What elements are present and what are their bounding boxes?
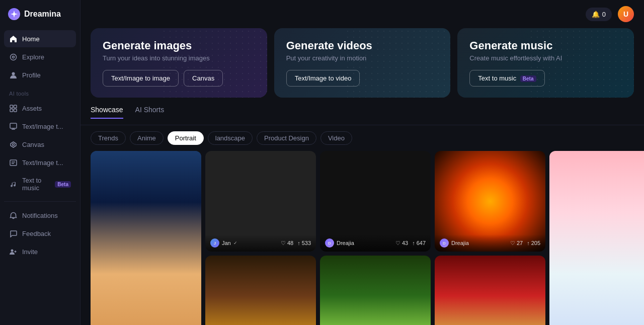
grid-item-3-author-name: Dreajia: [337, 240, 354, 246]
svg-rect-4: [14, 105, 17, 108]
grid-item-6[interactable]: [205, 256, 316, 325]
logo: Dreamina: [0, 0, 80, 30]
grid-item-2-stats: ♡48 ↑533: [281, 240, 311, 247]
music-beta-badge: Beta: [55, 181, 71, 188]
grid-item-3-likes: ♡43: [395, 240, 408, 247]
sidebar-item-text-image-2[interactable]: Text/Image t...: [4, 154, 76, 171]
music-button-beta-badge: Beta: [520, 75, 536, 82]
grid-item-4[interactable]: D Dreajia ♡27 ↑205: [435, 151, 545, 252]
banner-music-subtitle: Create music effortlessly with AI: [469, 54, 622, 62]
banner-videos: Generate videos Put your creativity in m…: [274, 28, 451, 98]
music-icon: [9, 180, 17, 188]
banner-images-title: Generate images: [103, 39, 255, 52]
grid-item-4-stats: ♡27 ↑205: [510, 240, 540, 247]
sidebar-item-explore[interactable]: Explore: [4, 48, 76, 65]
svg-rect-5: [10, 109, 13, 112]
svg-point-0: [10, 54, 16, 60]
sidebar-item-profile[interactable]: Profile: [4, 66, 76, 84]
logo-icon: [8, 8, 20, 20]
canvas-button[interactable]: Canvas: [184, 70, 223, 87]
svg-point-10: [11, 249, 13, 252]
banner-music-title: Generate music: [469, 39, 622, 52]
svg-point-8: [12, 143, 14, 145]
grid-item-4-overlay: D Dreajia ♡27 ↑205: [435, 234, 545, 252]
filter-product-design[interactable]: Product Design: [257, 131, 316, 145]
grid-item-3-downloads: ↑647: [412, 240, 426, 246]
filter-portrait[interactable]: Portrait: [168, 131, 204, 145]
sidebar-item-text-image-1[interactable]: Text/Image t...: [4, 118, 76, 135]
sidebar-item-invite[interactable]: Invite: [4, 243, 76, 260]
grid-item-2-likes: ♡48: [281, 240, 293, 247]
sidebar-item-profile-label: Profile: [22, 71, 41, 79]
hero-banners: Generate images Turn your ideas into stu…: [80, 28, 644, 106]
sidebar-item-assets-label: Assets: [22, 105, 42, 112]
main-nav: Home Explore Profile: [0, 30, 80, 84]
sidebar-item-feedback-label: Feedback: [22, 230, 51, 237]
notifications-icon: [9, 211, 17, 219]
banner-images: Generate images Turn your ideas into stu…: [91, 28, 267, 98]
banner-videos-title: Generate videos: [286, 39, 439, 52]
sidebar-item-invite-label: Invite: [22, 248, 38, 256]
sidebar-item-home[interactable]: Home: [4, 30, 76, 47]
filter-pills: Trends Anime Portrait landscape Product …: [80, 125, 644, 151]
filter-anime[interactable]: Anime: [130, 131, 164, 145]
grid-item-3[interactable]: D Dreajia ♡43 ↑647: [320, 151, 431, 252]
sidebar-item-notifications-label: Notifications: [22, 212, 58, 219]
notification-count: 0: [602, 11, 606, 18]
sidebar-item-explore-label: Explore: [22, 53, 44, 61]
profile-icon: [9, 71, 17, 79]
grid-item-4-downloads: ↑205: [527, 240, 540, 246]
canvas-icon: [9, 140, 17, 148]
grid-item-2-overlay: J Jan ✓ ♡48 ↑533: [205, 234, 316, 252]
grid-item-2[interactable]: J Jan ✓ ♡48 ↑533: [205, 151, 316, 252]
banner-images-subtitle: Turn your ideas into stunning images: [103, 54, 255, 62]
filter-video[interactable]: Video: [320, 131, 352, 145]
sidebar-item-canvas[interactable]: Canvas: [4, 136, 76, 153]
sidebar-item-assets[interactable]: Assets: [4, 100, 76, 117]
grid-item-3-stats: ♡43 ↑647: [395, 240, 426, 247]
sidebar-item-notifications[interactable]: Notifications: [4, 207, 76, 224]
sidebar-divider: [4, 201, 76, 202]
sidebar-item-text-to-music[interactable]: Text to music Beta: [4, 172, 76, 196]
filter-landscape[interactable]: landscape: [208, 131, 253, 145]
grid-item-3-overlay: D Dreajia ♡43 ↑647: [320, 234, 431, 252]
explore-icon: [9, 53, 17, 61]
text-to-music-button[interactable]: Text to music Beta: [469, 70, 544, 87]
filter-trends[interactable]: Trends: [91, 131, 126, 145]
grid-item-1[interactable]: O Oteng ♡ 165 ↑ 2.6K: [91, 151, 201, 325]
grid-item-4-author-name: Dreajia: [451, 240, 469, 246]
invite-icon: [9, 248, 17, 256]
logo-text: Dreamina: [24, 10, 61, 19]
showcase-tabs: Showcase AI Shorts: [80, 106, 644, 125]
grid-item-4-avatar: D: [440, 238, 449, 248]
grid-item-3-avatar: D: [325, 238, 334, 248]
svg-rect-3: [10, 105, 13, 108]
text-image-to-video-button[interactable]: Text/Image to video: [286, 70, 360, 87]
ai-tools-label: AI tools: [0, 84, 80, 100]
sidebar-item-feedback[interactable]: Feedback: [4, 225, 76, 242]
banner-music: Generate music Create music effortlessly…: [457, 28, 634, 98]
user-avatar[interactable]: U: [618, 6, 634, 22]
grid-item-2-downloads: ↑533: [297, 240, 311, 246]
svg-point-2: [12, 72, 15, 75]
grid-item-7[interactable]: [320, 256, 431, 325]
sidebar-item-home-label: Home: [22, 35, 40, 43]
grid-item-5[interactable]: D Duane ♡46 ↑684: [549, 151, 644, 325]
grid-item-3-author: D Dreajia: [325, 238, 354, 248]
text-image-1-icon: [9, 122, 17, 130]
bottom-nav: Notifications Feedback Invite: [0, 207, 80, 260]
grid-item-8[interactable]: [435, 256, 545, 325]
text-image-2-icon: [9, 158, 17, 167]
grid-item-4-likes: ♡27: [510, 240, 523, 247]
assets-icon: [9, 104, 17, 112]
tab-showcase[interactable]: Showcase: [91, 106, 123, 119]
svg-point-1: [12, 56, 14, 58]
notification-button[interactable]: 🔔 0: [586, 8, 612, 21]
banner-videos-subtitle: Put your creativity in motion: [286, 54, 439, 62]
text-image-to-image-button[interactable]: Text/Image to image: [103, 70, 179, 87]
tab-ai-shorts[interactable]: AI Shorts: [135, 106, 165, 119]
home-icon: [9, 35, 17, 43]
text-to-music-label: Text to music: [478, 74, 516, 82]
grid-item-2-author: J Jan ✓: [210, 238, 237, 248]
banner-images-buttons: Text/Image to image Canvas: [103, 70, 255, 87]
